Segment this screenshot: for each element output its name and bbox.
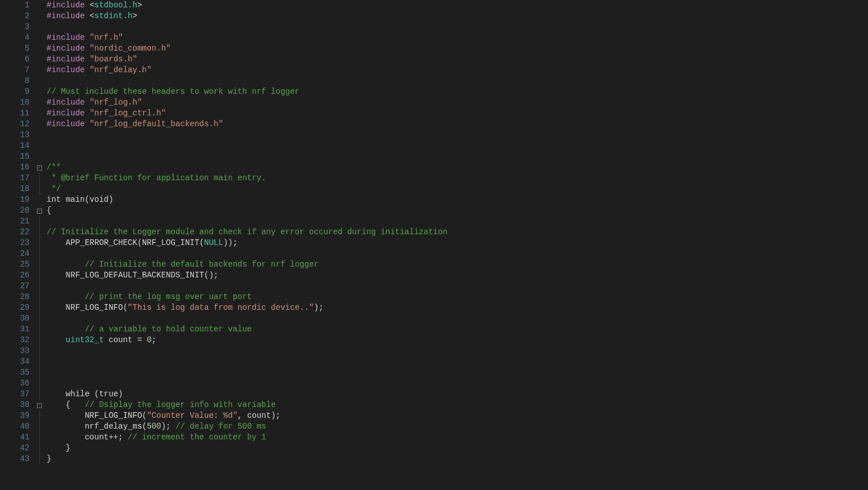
fold-guide [35, 259, 43, 270]
fold-guide [35, 346, 43, 356]
fold-guide [35, 216, 43, 227]
token-id: count [104, 335, 137, 344]
code-line[interactable]: #include "nrf_log_ctrl.h" [47, 108, 868, 119]
token-id [61, 195, 65, 204]
code-line[interactable]: NRF_LOG_INFO("Counter Value: %d", count)… [47, 410, 868, 421]
code-line[interactable]: } [47, 454, 868, 464]
line-number: 41 [0, 432, 32, 443]
code-line[interactable]: nrf_delay_ms(500); // delay for 500 ms [47, 421, 868, 432]
code-line[interactable] [47, 356, 868, 367]
token-hdr: stdint.h [94, 11, 132, 20]
code-line[interactable] [47, 216, 868, 227]
code-line[interactable]: #include <stdint.h> [47, 11, 868, 22]
token-str: "nrf_log_ctrl.h" [90, 109, 166, 118]
code-area[interactable]: #include <stdbool.h>#include <stdint.h>#… [43, 0, 868, 490]
fold-toggle-icon[interactable]: - [35, 162, 43, 173]
token-doc: */ [47, 184, 61, 193]
line-number: 30 [0, 313, 32, 324]
code-line[interactable]: // print the log msg over uart port [47, 292, 868, 302]
code-line[interactable] [47, 367, 868, 378]
token-punct: ); [314, 303, 323, 312]
code-line[interactable] [47, 248, 868, 259]
fold-empty [35, 65, 43, 76]
code-line[interactable]: #include "nrf_delay.h" [47, 65, 868, 76]
code-line[interactable]: #include "nrf_log.h" [47, 97, 868, 108]
code-line[interactable] [47, 281, 868, 292]
token-cmt: // Initialize the default backends for n… [85, 260, 319, 269]
code-line[interactable]: // Initialize the default backends for n… [47, 259, 868, 270]
code-line[interactable] [47, 140, 868, 151]
code-line[interactable]: while (true) [47, 389, 868, 400]
token-str: "nrf_log.h" [90, 98, 142, 107]
fold-empty [35, 54, 43, 65]
code-line[interactable] [47, 313, 868, 324]
line-number: 25 [0, 259, 32, 270]
token-sys: < [90, 11, 94, 20]
token-id [47, 400, 66, 409]
token-id: NRF_LOG_INFO [47, 411, 142, 420]
token-cmt: // Dsiplay the logger info with variable [85, 400, 276, 409]
line-number: 33 [0, 346, 32, 356]
line-number: 15 [0, 151, 32, 162]
code-line[interactable]: APP_ERROR_CHECK(NRF_LOG_INIT(NULL)); [47, 238, 868, 248]
fold-guide [35, 292, 43, 302]
line-number: 40 [0, 421, 32, 432]
fold-column[interactable]: --- [35, 0, 43, 490]
token-punct: , [237, 411, 247, 420]
code-line[interactable]: } [47, 443, 868, 454]
code-line[interactable]: NRF_LOG_INFO("This is log data from nord… [47, 302, 868, 313]
fold-toggle-icon[interactable]: - [35, 400, 43, 410]
line-number: 17 [0, 173, 32, 184]
fold-empty [35, 194, 43, 205]
code-line[interactable]: /** [47, 162, 868, 173]
token-str: "This is log data from nordic device.." [128, 303, 314, 312]
code-line[interactable]: // Initialize the Logger module and chec… [47, 227, 868, 238]
code-line[interactable] [47, 346, 868, 356]
code-line[interactable]: // Must include these headers to work wi… [47, 86, 868, 97]
line-number: 35 [0, 367, 32, 378]
fold-empty [35, 140, 43, 151]
code-line[interactable]: #include <stdbool.h> [47, 0, 868, 11]
token-id: NRF_LOG_INIT [142, 238, 199, 247]
code-line[interactable]: #include "nordic_common.h" [47, 43, 868, 54]
line-number: 37 [0, 389, 32, 400]
line-number: 21 [0, 216, 32, 227]
code-line[interactable]: int main(void) [47, 194, 868, 205]
line-number: 7 [0, 65, 32, 76]
code-line[interactable] [47, 130, 868, 140]
fold-guide [35, 184, 43, 194]
fold-empty [35, 0, 43, 11]
code-line[interactable]: uint32_t count = 0; [47, 335, 868, 346]
token-id: count [47, 433, 108, 442]
line-number: 3 [0, 22, 32, 32]
code-line[interactable]: // a variable to hold counter value [47, 324, 868, 335]
code-line[interactable] [47, 22, 868, 32]
token-punct: ; [118, 433, 128, 442]
token-punct: ( [137, 238, 142, 247]
token-punct: } [66, 443, 70, 452]
code-editor[interactable]: 1234567891011121314151617181920212223242… [0, 0, 868, 490]
code-line[interactable]: #include "boards.h" [47, 54, 868, 65]
code-line[interactable] [47, 378, 868, 389]
fold-toggle-icon[interactable]: - [35, 205, 43, 216]
code-line[interactable]: { // Dsiplay the logger info with variab… [47, 400, 868, 410]
fold-guide [35, 421, 43, 432]
code-line[interactable]: #include "nrf_log_default_backends.h" [47, 119, 868, 130]
fold-guide [35, 238, 43, 248]
code-line[interactable]: count++; // increment the counter by 1 [47, 432, 868, 443]
token-num: 0 [147, 335, 151, 344]
code-line[interactable]: #include "nrf.h" [47, 32, 868, 43]
code-line[interactable] [47, 76, 868, 86]
line-number: 5 [0, 43, 32, 54]
token-sys: < [90, 1, 94, 10]
code-line[interactable]: { [47, 205, 868, 216]
code-line[interactable]: NRF_LOG_DEFAULT_BACKENDS_INIT(); [47, 270, 868, 281]
code-line[interactable]: */ [47, 184, 868, 194]
token-kw: true [99, 389, 118, 398]
code-line[interactable] [47, 151, 868, 162]
token-str: "Counter Value: %d" [147, 411, 237, 420]
fold-empty [35, 11, 43, 22]
code-line[interactable]: * @brief Function for application main e… [47, 173, 868, 184]
line-number: 23 [0, 238, 32, 248]
fold-empty [35, 32, 43, 43]
